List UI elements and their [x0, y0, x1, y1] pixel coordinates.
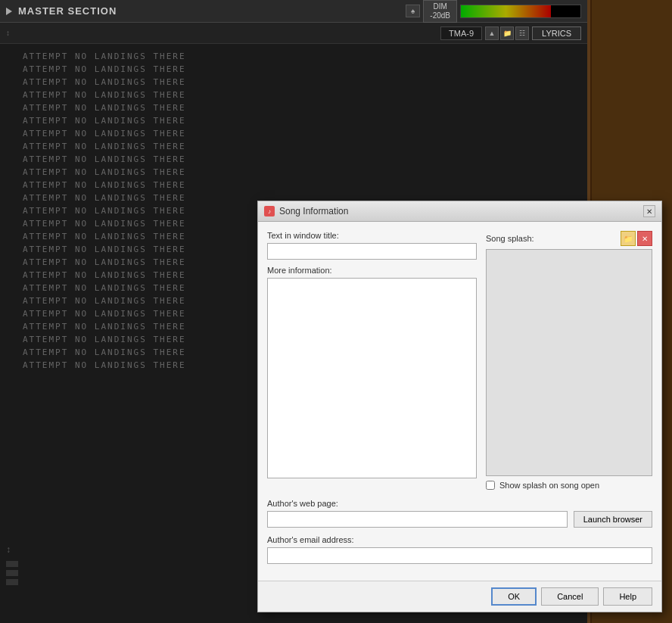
bar-icon-1: [6, 561, 18, 567]
show-splash-checkbox[interactable]: [486, 481, 495, 490]
master-section-title: MASTER SECTION: [18, 5, 400, 17]
cancel-button[interactable]: Cancel: [541, 587, 599, 606]
more-info-textarea[interactable]: [267, 278, 477, 478]
dialog-body: Text in window title: More information: …: [258, 222, 661, 581]
authors-webpage-label: Author's web page:: [267, 499, 652, 508]
list-item: ATTEMPT NO LANDINGS THERE: [0, 140, 587, 153]
resize-icon: ↕: [6, 29, 10, 37]
splash-folder-button[interactable]: 📁: [621, 231, 636, 246]
resize-bottom-icon: ↕: [6, 544, 18, 555]
more-info-label: More information:: [267, 266, 477, 275]
bottom-icons: ↕: [6, 544, 18, 585]
list-item: ATTEMPT NO LANDINGS THERE: [0, 114, 587, 127]
list-item: ATTEMPT NO LANDINGS THERE: [0, 153, 587, 166]
list-item: ATTEMPT NO LANDINGS THERE: [0, 89, 587, 101]
expand-triangle-icon[interactable]: [6, 8, 12, 15]
master-section-header: MASTER SECTION ♠ DIM-20dB: [0, 0, 587, 23]
text-window-title-input[interactable]: [267, 243, 477, 260]
help-button[interactable]: Help: [603, 587, 652, 606]
splash-clear-button[interactable]: ✕: [637, 231, 652, 246]
list-item: ATTEMPT NO LANDINGS THERE: [0, 166, 587, 179]
dialog-close-button[interactable]: ✕: [643, 205, 655, 217]
dialog-footer: OK Cancel Help: [258, 581, 661, 612]
list-item: ATTEMPT NO LANDINGS THERE: [0, 63, 587, 76]
song-splash-box: [486, 249, 652, 476]
dialog-top-row: Text in window title: More information: …: [267, 231, 652, 491]
launch-browser-button[interactable]: Launch browser: [574, 511, 652, 528]
level-bar: [460, 5, 581, 18]
toolbar-small-buttons: ▲ 📁 ☷: [485, 26, 529, 40]
toolbar-row: ↕ TMA-9 ▲ 📁 ☷ LYRICS: [0, 23, 587, 44]
up-arrow-button[interactable]: ▲: [485, 26, 499, 40]
text-window-title-label: Text in window title:: [267, 231, 477, 240]
show-splash-label: Show splash on song open: [499, 481, 599, 490]
dim-button[interactable]: DIM-20dB: [423, 0, 457, 23]
dialog-left-col: Text in window title: More information:: [267, 231, 477, 491]
bar-icon-2: [6, 570, 18, 576]
header-controls: ♠ DIM-20dB: [406, 0, 581, 23]
lyrics-button[interactable]: LYRICS: [532, 26, 581, 40]
authors-email-label: Author's email address:: [267, 535, 652, 544]
list-item: ATTEMPT NO LANDINGS THERE: [0, 50, 587, 63]
folder-button[interactable]: 📁: [500, 26, 514, 40]
image-button[interactable]: ♠: [406, 5, 420, 17]
song-information-dialog: ♪ Song Information ✕ Text in window titl…: [257, 201, 662, 612]
grid-button[interactable]: ☷: [515, 26, 529, 40]
tma-button[interactable]: TMA-9: [440, 26, 482, 40]
level-fill: [461, 5, 551, 17]
list-item: ATTEMPT NO LANDINGS THERE: [0, 76, 587, 89]
dialog-icon: ♪: [264, 206, 275, 216]
list-item: ATTEMPT NO LANDINGS THERE: [0, 101, 587, 114]
authors-email-row: Author's email address:: [267, 535, 652, 564]
show-splash-row: Show splash on song open: [486, 476, 652, 491]
ok-button[interactable]: OK: [491, 587, 537, 606]
dialog-titlebar: ♪ Song Information ✕: [258, 201, 661, 222]
song-splash-col: Song splash: 📁 ✕ Show splash on song ope…: [486, 231, 652, 491]
list-item: ATTEMPT NO LANDINGS THERE: [0, 179, 587, 192]
bar-icon-3: [6, 579, 18, 585]
authors-email-input[interactable]: [267, 547, 652, 564]
song-splash-label: Song splash:: [486, 234, 534, 243]
authors-webpage-input[interactable]: [267, 511, 568, 528]
authors-webpage-row: Author's web page: Launch browser: [267, 499, 652, 528]
dialog-title: Song Information: [279, 206, 639, 216]
list-item: ATTEMPT NO LANDINGS THERE: [0, 127, 587, 140]
